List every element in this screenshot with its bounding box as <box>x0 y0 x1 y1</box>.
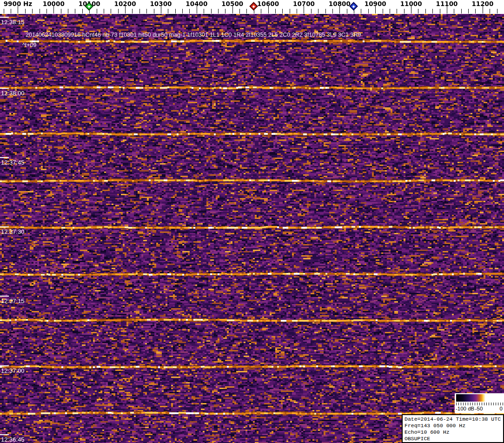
legend-label-min: -100 dB <box>456 406 474 411</box>
time-tick-mark <box>0 157 9 158</box>
freq-tick-label: 10000 <box>43 0 65 7</box>
freq-tick-label: 10800 <box>329 0 351 7</box>
spectrogram-app: 9900 Hz100001010010200103001040010500106… <box>0 0 504 443</box>
info-frequency: Freq=143 050 000 Hz <box>405 423 501 429</box>
freq-tick-label: 11000 <box>400 0 422 7</box>
time-tick-mark <box>0 226 9 227</box>
time-label: 12:37:30 <box>1 228 25 235</box>
legend-label-max: 0 <box>500 406 503 411</box>
time-label: 12:37:45 <box>1 159 25 166</box>
time-label: 12:38:15 <box>1 19 25 26</box>
time-label: 12:37:15 <box>1 298 25 304</box>
color-scale-legend: -100 dB -50 0 <box>455 393 504 413</box>
waterfall-display <box>0 14 504 443</box>
colormap-tick-marks <box>456 403 503 405</box>
time-tick-mark <box>0 365 9 366</box>
frequency-ruler: 9900 Hz100001010010200103001040010500106… <box>0 0 504 14</box>
station-info-box: Date=2014-06-24 Time=10:38 UTC Freq=143 … <box>402 414 504 443</box>
freq-tick-label: 10200 <box>114 0 136 7</box>
time-tick-mark <box>0 88 9 89</box>
time-label: 12:38:00 <box>1 90 25 97</box>
event-annotation: 20140624103809916 hCnt46 nb-73 f10301 hi… <box>26 32 361 38</box>
info-date-time: Date=2014-06-24 Time=10:38 UTC <box>405 416 501 423</box>
time-tick-mark <box>0 296 9 297</box>
freq-tick-label: 10400 <box>186 0 207 7</box>
freq-tick-label: 10600 <box>257 0 279 7</box>
info-station-name: OBSUPICE <box>405 436 501 442</box>
info-echo-frequency: Echo=10 600 Hz <box>405 429 501 436</box>
colormap-gradient <box>456 394 503 402</box>
freq-tick-label: 11100 <box>436 0 458 7</box>
event-time-offset-label: ^t+09 <box>22 42 37 48</box>
freq-tick-label: 10700 <box>293 0 315 7</box>
freq-tick-label: 10900 <box>365 0 386 7</box>
freq-tick-label: 10500 <box>221 0 243 7</box>
time-label: 12:37:00 <box>1 367 25 374</box>
freq-tick-label: 11200 <box>471 0 493 7</box>
freq-tick-label: 10300 <box>150 0 172 7</box>
freq-tick-label: 9900 Hz <box>4 0 32 7</box>
time-tick-mark <box>0 17 9 18</box>
legend-label-mid: -50 <box>475 406 483 411</box>
time-tick-mark <box>0 434 9 435</box>
time-label: 12:36:45 <box>1 436 25 443</box>
